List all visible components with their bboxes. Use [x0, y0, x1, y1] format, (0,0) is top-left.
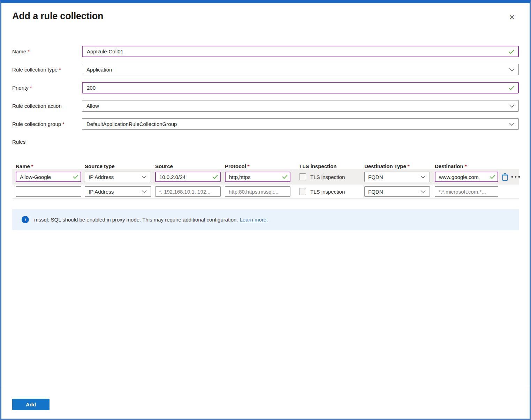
- delete-rule-icon[interactable]: [501, 173, 509, 181]
- rule-collection-action-control: Allow: [82, 100, 519, 112]
- info-banner: i mssql: SQL should be enabled in proxy …: [12, 209, 519, 230]
- more-options-icon[interactable]: [511, 176, 520, 178]
- rule-collection-type-control: Application: [82, 64, 519, 75]
- rule-collection-type-row: Rule collection type* Application: [12, 64, 519, 75]
- required-asterisk: *: [30, 85, 32, 91]
- dialog-header: Add a rule collection: [12, 3, 519, 28]
- name-input[interactable]: [82, 46, 519, 57]
- required-asterisk: *: [62, 121, 65, 127]
- rule-collection-action-label: Rule collection action: [12, 103, 82, 109]
- rule-source-input[interactable]: [155, 186, 221, 197]
- valid-check-icon: [508, 49, 515, 54]
- header-destination-type: Destination Type*: [364, 163, 430, 169]
- learn-more-link[interactable]: Learn more.: [240, 217, 268, 223]
- rule-collection-group-control: DefaultApplicationRuleCollectionGroup: [82, 118, 519, 130]
- rule-source-input[interactable]: [155, 172, 221, 182]
- tls-inspection-checkbox[interactable]: [299, 188, 306, 195]
- tls-inspection-checkbox[interactable]: [299, 173, 306, 180]
- rule-destination-input[interactable]: [435, 172, 498, 182]
- valid-check-icon: [282, 175, 288, 179]
- rule-name-input[interactable]: [16, 172, 81, 182]
- rule-collection-group-row: Rule collection group* DefaultApplicatio…: [12, 118, 519, 130]
- required-asterisk: *: [59, 67, 61, 73]
- tls-inspection-label: TLS inspection: [310, 174, 345, 180]
- chevron-down-icon: [509, 68, 515, 71]
- rule-source-type-select[interactable]: IP Address: [85, 172, 151, 182]
- header-name: Name*: [16, 163, 81, 169]
- rule-protocol-input[interactable]: [225, 186, 290, 197]
- rule-collection-group-label: Rule collection group*: [12, 121, 82, 127]
- rule-collection-action-row: Rule collection action Allow: [12, 100, 519, 112]
- header-destination: Destination*: [435, 163, 498, 169]
- valid-check-icon: [212, 175, 218, 179]
- priority-control: [82, 82, 519, 93]
- rule-collection-group-select[interactable]: DefaultApplicationRuleCollectionGroup: [82, 118, 519, 130]
- rule-row-2: IP Address TLS inspection FQDN: [12, 185, 519, 199]
- chevron-down-icon: [420, 175, 426, 178]
- rule-row-1: IP Address: [12, 169, 519, 185]
- rule-destination-type-select[interactable]: FQDN: [364, 172, 430, 182]
- rule-protocol-input[interactable]: [225, 172, 290, 182]
- tls-inspection-label: TLS inspection: [310, 189, 345, 195]
- dialog-content: Add a rule collection Name* Rule collect…: [1, 3, 530, 386]
- header-tls-inspection: TLS inspection: [299, 163, 358, 169]
- header-source-type: Source type: [85, 163, 151, 169]
- required-asterisk: *: [28, 48, 30, 54]
- page-title: Add a rule collection: [12, 11, 519, 22]
- rule-name-input[interactable]: [16, 186, 81, 197]
- priority-row: Priority*: [12, 82, 519, 93]
- name-row: Name*: [12, 46, 519, 57]
- dialog-footer: Add: [1, 386, 530, 419]
- rule-destination-input[interactable]: [435, 186, 498, 197]
- chevron-down-icon: [509, 104, 515, 107]
- banner-text: mssql: SQL should be enabled in proxy mo…: [34, 217, 268, 223]
- rule-collection-action-select[interactable]: Allow: [82, 100, 519, 112]
- chevron-down-icon: [142, 190, 147, 193]
- header-protocol: Protocol*: [225, 163, 290, 169]
- priority-label: Priority*: [12, 85, 82, 91]
- name-label: Name*: [12, 48, 82, 54]
- rule-collection-type-label: Rule collection type*: [12, 67, 82, 73]
- rules-section-label: Rules: [12, 139, 519, 145]
- valid-check-icon: [490, 175, 495, 179]
- valid-check-icon: [508, 85, 515, 90]
- rule-collection-form: Name* Rule collection type* Application: [12, 46, 519, 136]
- priority-input[interactable]: [82, 82, 519, 93]
- valid-check-icon: [73, 175, 78, 179]
- rules-table-header: Name* Source type Source Protocol* TLS i…: [12, 160, 519, 169]
- header-source: Source: [155, 163, 221, 169]
- info-icon: i: [22, 216, 29, 223]
- rule-collection-type-select[interactable]: Application: [82, 64, 519, 75]
- close-icon[interactable]: ✕: [507, 12, 516, 22]
- name-control: [82, 46, 519, 57]
- chevron-down-icon: [420, 190, 426, 193]
- add-rule-collection-dialog: ✕ Add a rule collection Name*: [0, 0, 531, 420]
- add-button[interactable]: Add: [12, 399, 50, 410]
- rule-source-type-select[interactable]: IP Address: [85, 186, 151, 197]
- chevron-down-icon: [142, 175, 147, 178]
- rule-destination-type-select[interactable]: FQDN: [364, 186, 430, 197]
- chevron-down-icon: [509, 122, 515, 126]
